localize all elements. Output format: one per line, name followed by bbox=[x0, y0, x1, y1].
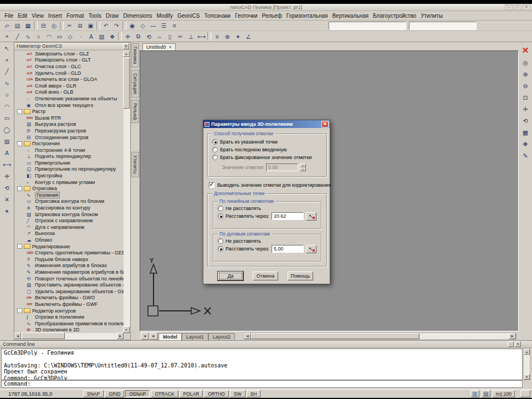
tree-item[interactable]: ▭ Отрисовка контура по блокам bbox=[14, 198, 124, 205]
menu-item[interactable]: Format bbox=[64, 12, 86, 19]
sketch-icon[interactable]: ✎ bbox=[520, 151, 530, 160]
tree-expander-icon[interactable]: - bbox=[17, 308, 22, 313]
pick-linear-distance-button[interactable] bbox=[306, 212, 316, 221]
side-tab[interactable]: Рельеф bbox=[131, 100, 139, 124]
scroll-thumb[interactable] bbox=[22, 332, 65, 339]
color-icon[interactable]: ◇ bbox=[137, 21, 148, 30]
undo-icon[interactable]: ↶ bbox=[101, 21, 111, 30]
pick-arc-distance-button[interactable] bbox=[306, 245, 316, 253]
dimension-icon[interactable]: ⟷ bbox=[2, 160, 13, 170]
status-toggle[interactable]: SH bbox=[247, 390, 261, 397]
paste-icon[interactable]: ▣ bbox=[85, 21, 96, 30]
linetype-icon[interactable]: — bbox=[148, 21, 158, 30]
radio-arc-spacing[interactable]: Расставлять через: 5.00 bbox=[213, 245, 321, 253]
linear-spacing-field[interactable]: 20.62 bbox=[272, 212, 304, 220]
tree-item[interactable]: ⊥ Поднять перпендикуляр bbox=[14, 154, 124, 160]
lineweight-icon[interactable]: ☰ bbox=[158, 21, 169, 30]
arc-spacing-field[interactable]: 5.00 bbox=[272, 245, 304, 253]
side-tab[interactable]: Геоника bbox=[131, 43, 139, 68]
layout-tab[interactable]: Layout2 bbox=[208, 333, 235, 340]
scroll-left-icon[interactable] bbox=[14, 332, 21, 339]
cut-icon[interactable]: ✂ bbox=[64, 21, 75, 30]
separator[interactable] bbox=[118, 32, 122, 40]
radio-take-fixed-value[interactable]: Брать фиксированное значение отметки bbox=[208, 154, 326, 161]
redo-icon[interactable]: ↷ bbox=[111, 21, 122, 30]
tree-item[interactable]: cLR Слой вверх - GLR bbox=[14, 83, 124, 89]
zoom-out-icon[interactable]: ⊖ bbox=[520, 81, 530, 90]
tree-item[interactable]: ⌐ Контур с прямыми углами bbox=[14, 179, 124, 186]
tree-item[interactable]: cLZ Заморозить слои - GLZ bbox=[14, 50, 124, 57]
arc-icon[interactable]: ◠ bbox=[2, 101, 13, 111]
scroll-down-icon[interactable] bbox=[524, 374, 530, 380]
tree-item[interactable]: ◠ Дуга с направлением bbox=[14, 224, 124, 231]
pick-icon[interactable]: ⌖ bbox=[2, 55, 13, 65]
notes-icon[interactable]: ▤ bbox=[482, 390, 490, 397]
open-icon[interactable]: ▤ bbox=[12, 21, 23, 30]
move-icon[interactable]: ✛ bbox=[2, 171, 13, 181]
tree-item[interactable]: ∿ Геолиния bbox=[14, 192, 124, 198]
menu-item[interactable]: Draw bbox=[104, 12, 121, 19]
layout-tab[interactable]: Layout1 bbox=[182, 333, 208, 340]
menu-item[interactable]: Вертикальная bbox=[330, 12, 370, 19]
line-icon[interactable]: ╱ bbox=[12, 32, 23, 41]
rotate-icon[interactable]: ⟲ bbox=[144, 32, 154, 41]
regen-icon[interactable]: ⟲ bbox=[520, 116, 530, 125]
tab-scroll-right-icon[interactable] bbox=[150, 332, 158, 340]
tree-item[interactable]: ✎ Изменения атрибутов в блоках bbox=[14, 263, 124, 269]
tree-item[interactable]: ☁ Облако bbox=[14, 237, 124, 243]
tree-item[interactable]: - Построения bbox=[14, 140, 124, 147]
tree-item[interactable]: ✎ Изменения параметров атрибутов в блока… bbox=[14, 269, 124, 275]
tree-item[interactable]: - Редактирование bbox=[14, 243, 124, 250]
dimension-icon[interactable]: ⟷ bbox=[196, 32, 207, 41]
scroll-left-icon[interactable] bbox=[244, 333, 251, 339]
menu-item[interactable]: Топознаки bbox=[202, 12, 233, 19]
tab-close-icon[interactable] bbox=[169, 44, 172, 50]
status-toggle[interactable]: ORTHO bbox=[204, 390, 229, 397]
polyline-icon[interactable]: ∿ bbox=[2, 78, 13, 88]
polyline-icon[interactable]: ∿ bbox=[23, 32, 33, 41]
rectangle-icon[interactable]: ▭ bbox=[54, 32, 65, 41]
minimize-button[interactable]: – bbox=[505, 4, 513, 10]
circle-icon[interactable]: ○ bbox=[33, 32, 44, 41]
block-icon[interactable]: ❖ bbox=[107, 32, 117, 41]
separator[interactable] bbox=[207, 32, 211, 40]
navigator-vscrollbar[interactable] bbox=[124, 50, 130, 333]
toolbar-combo-1[interactable] bbox=[329, 22, 406, 30]
tree-expander-icon[interactable]: - bbox=[17, 186, 22, 191]
tree-item[interactable]: - Растр bbox=[14, 108, 124, 115]
cancel-button[interactable]: Отмена bbox=[253, 272, 278, 280]
tree-item[interactable]: ∫ Отрезки в полилинии bbox=[14, 314, 124, 320]
menu-item[interactable]: View bbox=[29, 12, 46, 19]
separator[interactable] bbox=[96, 22, 100, 30]
menu-item[interactable]: File bbox=[2, 12, 16, 19]
tree-item[interactable]: ◉ Откл все кроме текущего bbox=[14, 102, 124, 109]
separator[interactable] bbox=[34, 22, 38, 30]
display-settings-icon[interactable]: ▥ bbox=[470, 390, 479, 397]
tree-item[interactable]: ⊟ Отсоединение растров bbox=[14, 134, 124, 141]
toolbar-combo-2[interactable] bbox=[409, 22, 477, 30]
tree-item[interactable]: ╱ Отрезок с направлением bbox=[14, 217, 124, 224]
command-panel-header[interactable]: Command line ▫ ✕ bbox=[0, 341, 532, 348]
scroll-right-icon[interactable] bbox=[509, 333, 516, 339]
tree-item[interactable]: cLB Слой вниз - GLB bbox=[14, 89, 124, 96]
tree-item[interactable]: ↗ Выноска bbox=[14, 231, 124, 237]
text-icon[interactable]: A bbox=[2, 148, 13, 158]
scroll-thumb[interactable] bbox=[123, 58, 130, 109]
radio-take-from-point[interactable]: Брать из указанной точки bbox=[208, 138, 326, 146]
tree-item[interactable]: RTR Вызов RTR bbox=[14, 115, 124, 121]
select-icon[interactable]: ↖ bbox=[2, 43, 13, 53]
tree-item[interactable]: - Редактор контуров bbox=[14, 308, 124, 314]
scroll-up-icon[interactable] bbox=[524, 349, 530, 355]
tree-item[interactable]: ⇑ Подъем блоков наверх bbox=[14, 256, 124, 263]
menu-item[interactable]: Утилиты bbox=[418, 12, 445, 19]
status-toggle[interactable]: OSNAP bbox=[125, 390, 150, 397]
tray-button[interactable] bbox=[520, 390, 530, 397]
tree-item[interactable]: ◌ Отключение указанием на объекты bbox=[14, 95, 124, 102]
status-toggle[interactable]: POLAR bbox=[180, 390, 203, 397]
status-toggle[interactable]: OTRACK bbox=[151, 390, 178, 397]
scroll-up-icon[interactable] bbox=[123, 50, 130, 57]
point-icon[interactable]: · bbox=[75, 32, 86, 41]
radio-linear-spacing[interactable]: Расставлять через: 20.62 bbox=[213, 212, 321, 220]
tree-item[interactable]: - Отрисовка bbox=[14, 185, 124, 192]
tree-item[interactable]: OFF Выключить фреймы - GWF bbox=[14, 301, 124, 308]
